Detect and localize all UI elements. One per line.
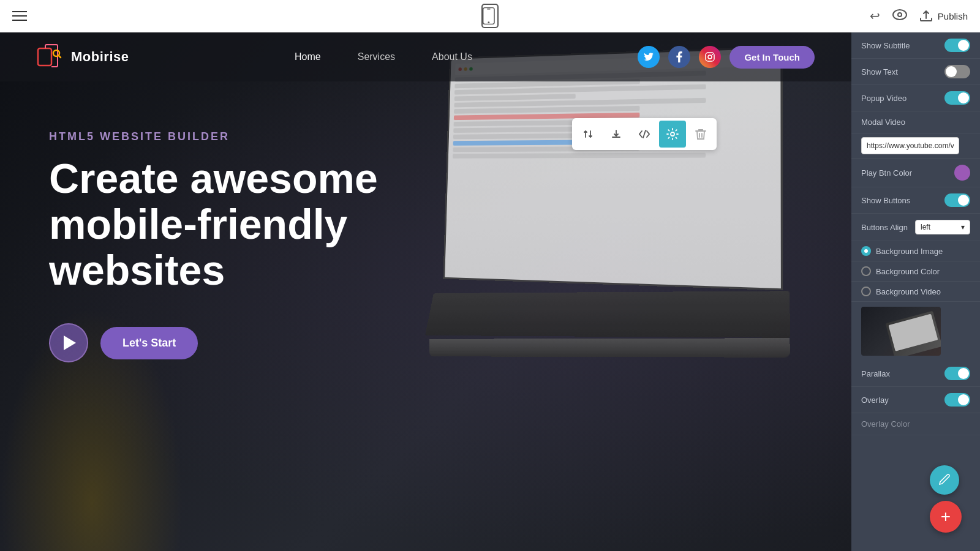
start-button[interactable]: Let's Start: [100, 327, 198, 359]
svg-line-7: [58, 55, 61, 58]
social-facebook-icon[interactable]: [668, 46, 690, 68]
publish-label: Publish: [938, 11, 968, 21]
play-btn-color-label: Play Btn Color: [861, 168, 912, 178]
popup-video-row: Popup Video: [851, 85, 980, 111]
popup-video-toggle[interactable]: [944, 91, 970, 105]
download-button[interactable]: [603, 121, 630, 148]
preview-button[interactable]: [892, 9, 907, 23]
social-twitter-icon[interactable]: [638, 46, 660, 68]
svg-rect-8: [706, 53, 714, 61]
nav-link-services[interactable]: Services: [358, 51, 395, 62]
hamburger-menu[interactable]: [12, 11, 27, 21]
parallax-label: Parallax: [861, 369, 890, 378]
overlay-color-row: Overlay Color: [851, 413, 980, 435]
modal-video-input-row: [851, 133, 980, 159]
fab-edit-button[interactable]: [930, 465, 959, 495]
brand: Mobirise: [37, 43, 129, 70]
nav-link-about[interactable]: About Us: [432, 51, 472, 62]
background-color-radio[interactable]: [861, 266, 871, 276]
hero-content: HTML5 WEBSITE BUILDER Create awesome mob…: [0, 81, 851, 362]
show-text-row: Show Text: [851, 59, 980, 85]
play-btn-color-picker[interactable]: [954, 165, 970, 181]
delete-button[interactable]: [687, 121, 714, 148]
overlay-label: Overlay: [861, 395, 889, 405]
toolbar-left: [12, 11, 27, 21]
nav-link-home[interactable]: Home: [295, 51, 321, 62]
background-thumbnail[interactable]: [861, 307, 941, 356]
svg-rect-1: [487, 9, 491, 9]
brand-logo: [37, 43, 64, 70]
buttons-align-row: Buttons Align left ▾: [851, 214, 980, 241]
buttons-align-label: Buttons Align: [861, 223, 908, 232]
buttons-align-dropdown[interactable]: left ▾: [915, 220, 970, 234]
background-color-row: Background Color: [851, 261, 980, 282]
parallax-row: Parallax: [851, 361, 980, 387]
overlay-color-label: Overlay Color: [861, 419, 910, 429]
publish-button[interactable]: Publish: [919, 10, 968, 22]
float-toolbar: [572, 118, 717, 150]
hero-navbar: Mobirise Home Services About Us: [0, 32, 851, 81]
show-text-label: Show Text: [861, 67, 898, 77]
show-subtitle-toggle[interactable]: [944, 39, 970, 52]
svg-point-9: [708, 55, 712, 59]
top-toolbar: ↩ Publish: [0, 0, 980, 32]
hero-section: Mobirise Home Services About Us: [0, 32, 851, 551]
modal-video-input[interactable]: [861, 137, 959, 154]
background-video-radio[interactable]: [861, 287, 871, 296]
code-button[interactable]: [631, 121, 658, 148]
show-subtitle-row: Show Subtitle: [851, 32, 980, 59]
cta-button[interactable]: Get In Touch: [729, 46, 815, 69]
play-button[interactable]: [49, 323, 88, 362]
main-area: Mobirise Home Services About Us: [0, 32, 980, 551]
brand-name: Mobirise: [71, 49, 129, 65]
thumbnail-laptop-icon: [886, 311, 941, 356]
social-instagram-icon[interactable]: [699, 46, 721, 68]
show-text-toggle[interactable]: [944, 65, 970, 78]
parallax-toggle[interactable]: [944, 367, 970, 380]
svg-point-3: [893, 10, 907, 20]
undo-button[interactable]: ↩: [870, 9, 880, 23]
svg-point-2: [488, 21, 489, 23]
popup-video-label: Popup Video: [861, 94, 907, 103]
show-buttons-row: Show Buttons: [851, 187, 980, 214]
modal-video-row: Modal Video: [851, 111, 980, 133]
hero-title-line1: Create awesome: [49, 155, 378, 201]
chevron-down-icon: ▾: [961, 223, 965, 231]
play-triangle-icon: [64, 335, 76, 350]
mobile-preview-icon[interactable]: [481, 4, 499, 28]
svg-point-11: [671, 132, 674, 136]
hero-title-line2: mobile-friendly websites: [49, 201, 347, 293]
nav-links: Home Services About Us: [295, 51, 472, 62]
hero-title: Create awesome mobile-friendly websites: [49, 156, 466, 293]
background-image-row: Background Image: [851, 241, 980, 261]
overlay-row: Overlay: [851, 387, 980, 413]
fab-container: +: [930, 465, 962, 533]
background-color-label: Background Color: [876, 267, 940, 276]
fab-add-button[interactable]: +: [930, 501, 962, 533]
buttons-align-value: left: [921, 223, 930, 231]
svg-point-4: [898, 13, 902, 17]
background-video-label: Background Video: [876, 287, 941, 296]
toolbar-center: [481, 4, 499, 28]
background-video-row: Background Video: [851, 282, 980, 302]
overlay-toggle[interactable]: [944, 393, 970, 407]
modal-video-label: Modal Video: [861, 118, 905, 127]
toolbar-right: ↩ Publish: [870, 9, 968, 23]
nav-right: Get In Touch: [638, 46, 815, 69]
svg-point-10: [712, 54, 713, 55]
sort-button[interactable]: [575, 121, 601, 148]
svg-rect-5: [38, 48, 51, 66]
play-btn-color-row: Play Btn Color: [851, 159, 980, 187]
show-buttons-label: Show Buttons: [861, 196, 910, 205]
show-buttons-toggle[interactable]: [944, 193, 970, 207]
show-subtitle-label: Show Subtitle: [861, 41, 910, 50]
plus-icon: +: [941, 508, 951, 525]
background-image-radio[interactable]: [861, 246, 871, 256]
hero-buttons: Let's Start: [49, 323, 802, 362]
background-image-label: Background Image: [876, 247, 943, 256]
settings-button[interactable]: [659, 121, 686, 148]
